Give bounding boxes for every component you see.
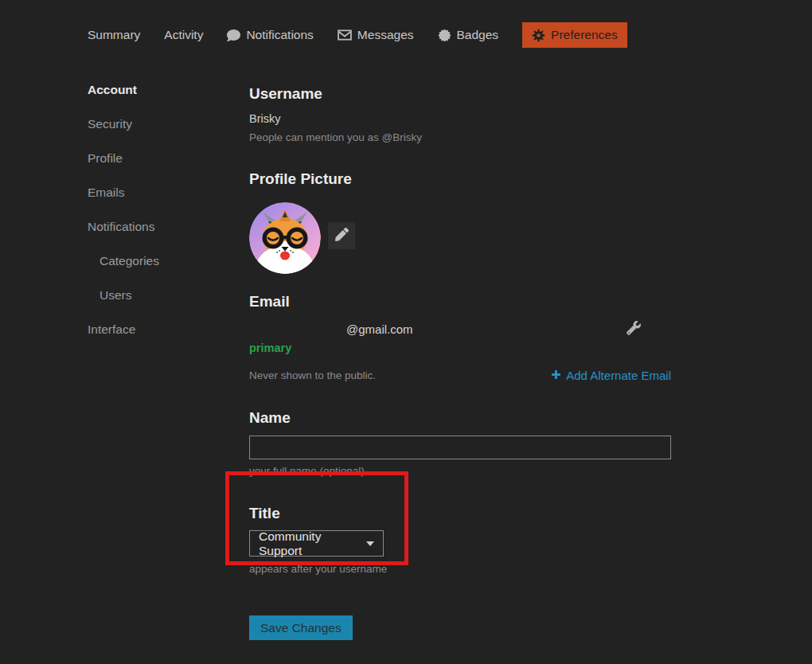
tab-activity-label: Activity [164,28,203,42]
seal-icon [438,29,451,42]
save-changes-button[interactable]: Save Changes [249,615,353,640]
username-heading: Username [249,85,671,103]
tab-messages-label: Messages [357,28,414,42]
title-heading: Title [249,505,671,522]
tab-summary[interactable]: Summary [88,28,140,42]
add-alternate-email-label: Add Alternate Email [566,369,671,382]
edit-avatar-button[interactable] [328,222,355,249]
envelope-icon [338,29,352,41]
name-hint: your full name (optional) [249,465,671,478]
sidebar-item-categories[interactable]: Categories [88,254,235,267]
sidebar-item-profile[interactable]: Profile [88,151,235,164]
wrench-icon [627,321,641,338]
username-value: Brisky [249,112,671,126]
username-hint: People can mention you as @Brisky [249,131,671,144]
gear-icon [532,29,545,42]
primary-email-badge: primary [249,342,671,354]
title-hint: appears after your username [249,563,671,576]
sidebar-item-notifications[interactable]: Notifications [88,220,235,232]
user-nav: Summary Activity Notifications Messages … [88,21,627,49]
account-preferences-panel: Username Brisky People can mention you a… [249,80,671,640]
sidebar-item-emails[interactable]: Emails [88,186,235,198]
name-heading: Name [249,409,671,427]
tab-preferences-label: Preferences [551,28,618,42]
sidebar-item-account[interactable]: Account [88,83,235,96]
tab-badges-label: Badges [457,28,499,42]
speech-bubble-icon [227,29,240,42]
sidebar-item-interface[interactable]: Interface [88,322,235,335]
tab-badges[interactable]: Badges [438,28,499,42]
email-heading: Email [249,293,671,311]
pencil-icon [335,228,349,244]
tab-notifications-label: Notifications [246,28,313,42]
tab-activity[interactable]: Activity [164,28,203,42]
avatar [249,202,321,274]
full-name-input[interactable] [249,436,671,459]
sidebar-item-security[interactable]: Security [88,117,235,130]
tab-messages[interactable]: Messages [338,28,414,42]
email-row: @gmail.com [249,321,671,338]
email-privacy-note: Never shown to the public. [249,369,376,382]
tab-preferences[interactable]: Preferences [522,22,627,48]
sidebar-item-users[interactable]: Users [88,288,235,301]
email-note-row: Never shown to the public. Add Alternate… [249,369,671,382]
plus-icon [551,369,561,382]
title-select[interactable]: Community Support [249,530,384,557]
title-selected-option: Community Support [259,529,358,558]
caret-down-icon [366,541,374,546]
tab-notifications[interactable]: Notifications [227,28,313,42]
manage-email-button[interactable] [627,321,641,338]
profile-picture-row [249,202,671,274]
add-alternate-email-link[interactable]: Add Alternate Email [551,369,671,382]
tab-summary-label: Summary [88,28,140,42]
email-address: @gmail.com [249,322,413,336]
preferences-sidebar: Account Security Profile Emails Notifica… [88,83,235,357]
profile-picture-heading: Profile Picture [249,170,671,188]
